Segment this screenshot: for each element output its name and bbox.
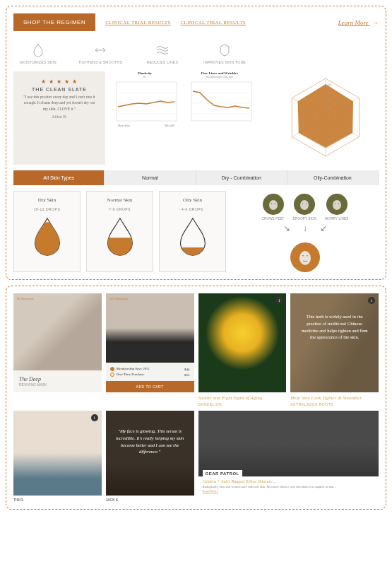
testimonial-quote: "I use this product every day and I can'… [22,94,97,112]
product-card-base-layer[interactable]: 123 Reviews Membership Save 20% $44 One-… [106,293,194,392]
option-label: Membership Save 20% [117,367,150,370]
benefit-label: TIGHTENS & SMOOTHS [76,60,125,64]
tab-oily-combo[interactable]: Oily-Combination [287,170,379,185]
svg-point-36 [335,203,335,204]
benefit-label: IMPROVES SKIN TONE [200,60,249,64]
dandelion-image: i [198,293,287,392]
ingredient-subtitle: ASTRALAGUS ROOTS [290,402,379,406]
review-count: 85 Reviews [17,297,33,300]
press-headline: Caldera + Lab's Rugged Yellow Skincare .… [203,479,375,484]
ingredient-title: Help Skin Look Tighter & Smoother [290,395,379,401]
clinical-trial-link-2[interactable]: CLINICAL TRIAL RESULTS [181,20,246,25]
skin-type-tabs: All Skin Types Normal Dry - Combination … [13,170,379,185]
face-icon [294,194,315,215]
add-to-cart-button[interactable]: ADD TO CART [106,381,194,392]
drop-count: 4-6 DROPS [162,207,222,211]
info-icon[interactable]: i [275,297,283,304]
svg-point-32 [300,200,309,210]
purchase-option-onetime[interactable]: One-Time Purchase $55 [110,373,190,377]
wrinkles-chart: Fine Lines and Wrinkles Breakthrough red… [184,71,255,165]
read-more-link[interactable]: Read More [203,489,375,493]
curved-arrow-icon: ↙ [320,223,327,234]
drop-card-oily: Oily Skin 4-6 DROPS [159,191,226,272]
testimonial-card: ★ ★ ★ ★ ★ THE CLEAN SLATE "I use this pr… [13,71,105,165]
face-crows-feet: CROWS FEET [262,194,285,221]
testimonial-author: Aiden B. [22,115,97,119]
face-icon [263,194,284,215]
svg-rect-6 [191,82,251,121]
waves-icon [138,42,187,58]
svg-point-29 [269,200,278,210]
product-image [13,293,102,370]
droplet-icon [13,42,63,58]
herb-description: This herb is widely used in the practice… [302,314,368,339]
face-label: WORRY LINES [325,217,349,221]
shop-regimen-button[interactable]: SHOP THE REGIMEN [13,13,95,31]
radio-icon [110,367,114,371]
reviewer-image: i [13,411,102,496]
drop-count: 7-9 DROPS [90,207,150,211]
svg-text:40: 40 [327,106,330,110]
face-droopy: DROOPY SKIN [293,194,316,221]
herb-image: i This herb is widely used in the practi… [290,293,379,392]
tab-all-skin[interactable]: All Skin Types [13,170,105,185]
purchase-option-membership[interactable]: Membership Save 20% $44 [110,367,190,371]
benefit-tightens: TIGHTENS & SMOOTHS [76,42,125,64]
review-card-jack[interactable]: "My face is glowing. This serum is incre… [106,411,194,502]
review-quote: "My face is glowing. This serum is incre… [116,428,184,454]
press-card-gear-patrol[interactable]: GEAR PATROL Caldera + Lab's Rugged Yello… [198,411,379,496]
svg-point-33 [302,203,303,204]
svg-rect-27 [104,238,136,256]
topbar: SHOP THE REGIMEN CLINICAL TRIAL RESULTS … [13,13,379,31]
curved-arrow-icon: ↘ [283,223,290,234]
svg-rect-26 [31,222,64,256]
info-icon[interactable]: i [368,297,375,304]
clinical-trial-link-1[interactable]: CLINICAL TRIAL RESULTS [105,20,170,25]
face-label: DROOPY SKIN [293,217,316,221]
curved-arrow-icon: ↓ [303,223,307,234]
benefit-label: REDUCES LINES [138,60,187,64]
review-count: 123 Reviews [109,297,128,300]
svg-point-37 [338,203,339,204]
radio-icon [110,373,114,377]
reviewer-name: TIM R. [13,498,102,502]
svg-point-31 [274,203,275,204]
drop-count: 10-12 DROPS [17,207,77,211]
learn-more-label: Learn More [338,19,369,26]
svg-text:Week8: Week8 [165,124,174,127]
benefit-moisturizes: MOISTURIZES SKIN [13,42,63,64]
ingredient-card-dandelion[interactable]: i Soothe and Fight Signs of Aging DANDEL… [198,293,287,406]
product-card-deep[interactable]: 85 Reviews The Deep REVIVING MASK [13,293,102,392]
svg-point-34 [306,203,307,204]
shield-icon [200,42,249,58]
product-image [106,293,194,363]
tab-normal[interactable]: Normal [105,170,196,185]
review-card-tim[interactable]: i TIM R. [13,411,102,502]
info-icon[interactable]: i [91,414,98,421]
svg-text:Baseline: Baseline [118,124,131,127]
benefit-label: MOISTURIZES SKIN [13,60,63,64]
drop-title: Oily Skin [162,197,222,203]
svg-rect-0 [117,82,177,121]
ingredient-subtitle: DANDELION [198,402,287,406]
arrow-right-icon: → [372,19,379,26]
svg-point-38 [299,251,311,265]
bottom-panel: 85 Reviews The Deep REVIVING MASK 123 Re… [6,286,386,510]
ingredient-card-astralagus[interactable]: i This herb is widely used in the practi… [290,293,379,406]
drop-title: Normal Skin [90,197,150,203]
face-worry: WORRY LINES [325,194,349,221]
reviewer-name: JACK K. [106,498,194,502]
learn-more-link[interactable]: Learn More → [338,19,379,26]
top-panel: SHOP THE REGIMEN CLINICAL TRIAL RESULTS … [6,6,386,280]
svg-text:60: 60 [327,98,330,102]
svg-marker-21 [298,84,354,148]
drop-card-dry: Dry Skin 10-12 DROPS [13,191,81,272]
face-diagram: CROWS FEET DROOPY SKIN WORRY LINES ↘ ↓ ↙ [232,191,379,272]
benefits-row: MOISTURIZES SKIN TIGHTENS & SMOOTHS REDU… [13,42,249,64]
mid-area: ★ ★ ★ ★ ★ THE CLEAN SLATE "I use this pr… [13,71,379,165]
price: $55 [184,373,190,377]
svg-point-35 [333,200,341,210]
review-quote-image: "My face is glowing. This serum is incre… [106,411,194,496]
tighten-icon [76,42,125,58]
tab-dry-combo[interactable]: Dry - Combination [196,170,287,185]
